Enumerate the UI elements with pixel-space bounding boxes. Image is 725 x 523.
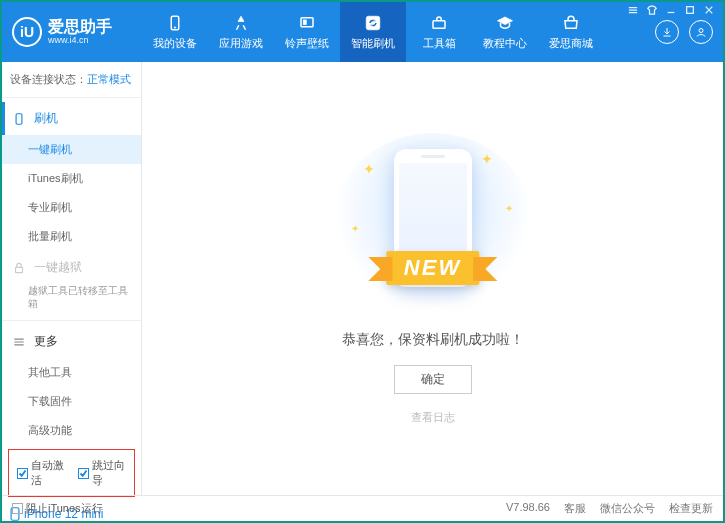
lock-icon [12, 261, 26, 275]
toolbox-icon [430, 14, 448, 32]
apps-icon [232, 14, 250, 32]
status-value: 正常模式 [87, 73, 131, 85]
svg-point-6 [699, 29, 703, 33]
svg-rect-7 [687, 7, 694, 14]
flash-options-highlight: 自动激活 跳过向导 [8, 449, 135, 497]
sidebar-item-advanced[interactable]: 高级功能 [2, 416, 141, 445]
menu-icon[interactable] [625, 4, 641, 16]
svg-rect-4 [366, 16, 380, 30]
app-name: 爱思助手 [48, 19, 112, 35]
section-jailbreak: 一键越狱 [2, 251, 141, 284]
support-link[interactable]: 客服 [564, 501, 586, 516]
sidebar-item-download-firmware[interactable]: 下载固件 [2, 387, 141, 416]
new-ribbon: NEW [386, 251, 479, 285]
section-more[interactable]: 更多 [2, 325, 141, 358]
nav-my-device[interactable]: 我的设备 [142, 2, 208, 62]
nav-label: 我的设备 [153, 36, 197, 51]
status-label: 设备连接状态： [10, 73, 87, 85]
sidebar-item-itunes-flash[interactable]: iTunes刷机 [2, 164, 141, 193]
download-button[interactable] [655, 20, 679, 44]
body: 设备连接状态：正常模式 刷机 一键刷机 iTunes刷机 专业刷机 批量刷机 一… [2, 62, 723, 495]
connection-status: 设备连接状态：正常模式 [2, 62, 141, 93]
view-log-link[interactable]: 查看日志 [411, 410, 455, 425]
chk-label: 跳过向导 [92, 458, 127, 488]
sidebar: 设备连接状态：正常模式 刷机 一键刷机 iTunes刷机 专业刷机 批量刷机 一… [2, 62, 142, 495]
version-label: V7.98.66 [506, 501, 550, 516]
chk-label: 自动激活 [31, 458, 66, 488]
nav-ringtone-wallpaper[interactable]: 铃声壁纸 [274, 2, 340, 62]
flash-sublist: 一键刷机 iTunes刷机 专业刷机 批量刷机 [2, 135, 141, 251]
svg-rect-3 [303, 20, 306, 25]
section-flash[interactable]: 刷机 [2, 102, 141, 135]
more-icon [12, 335, 26, 349]
user-button[interactable] [689, 20, 713, 44]
close-button[interactable] [701, 4, 717, 16]
refresh-icon [364, 14, 382, 32]
section-label: 更多 [34, 333, 58, 350]
minimize-button[interactable] [663, 4, 679, 16]
sidebar-item-batch-flash[interactable]: 批量刷机 [2, 222, 141, 251]
nav-toolbox[interactable]: 工具箱 [406, 2, 472, 62]
phone-icon [12, 112, 26, 126]
chk-block-itunes[interactable]: 阻止iTunes运行 [12, 501, 103, 516]
nav-label: 工具箱 [423, 36, 456, 51]
check-update-link[interactable]: 检查更新 [669, 501, 713, 516]
main-content: ✦ ✦ ✦ ✦ NEW 恭喜您，保资料刷机成功啦！ 确定 查看日志 [142, 62, 723, 495]
ok-button[interactable]: 确定 [394, 365, 472, 394]
header-right [655, 20, 723, 44]
jailbreak-note: 越狱工具已转移至工具箱 [2, 284, 141, 316]
nav-label: 教程中心 [483, 36, 527, 51]
nav-tutorials[interactable]: 教程中心 [472, 2, 538, 62]
svg-point-1 [174, 26, 176, 28]
chk-label: 阻止iTunes运行 [26, 501, 103, 516]
header: iU 爱思助手 www.i4.cn 我的设备 应用游戏 铃声壁纸 智能刷机 [2, 2, 723, 62]
sidebar-item-oneclick-flash[interactable]: 一键刷机 [2, 135, 141, 164]
nav-label: 爱思商城 [549, 36, 593, 51]
window-controls [625, 4, 717, 16]
wallpaper-icon [298, 14, 316, 32]
svg-rect-2 [301, 17, 313, 26]
graduation-icon [496, 14, 514, 32]
app-url: www.i4.cn [48, 35, 112, 45]
logo: iU 爱思助手 www.i4.cn [2, 17, 142, 47]
nav-label: 铃声壁纸 [285, 36, 329, 51]
nav-store[interactable]: 爱思商城 [538, 2, 604, 62]
chk-auto-activate[interactable]: 自动激活 [17, 458, 66, 488]
wechat-link[interactable]: 微信公众号 [600, 501, 655, 516]
nav-label: 应用游戏 [219, 36, 263, 51]
app-window: iU 爱思助手 www.i4.cn 我的设备 应用游戏 铃声壁纸 智能刷机 [0, 0, 725, 523]
footer: 阻止iTunes运行 V7.98.66 客服 微信公众号 检查更新 [2, 495, 723, 521]
sidebar-item-pro-flash[interactable]: 专业刷机 [2, 193, 141, 222]
success-message: 恭喜您，保资料刷机成功啦！ [342, 331, 524, 349]
chk-skip-guide[interactable]: 跳过向导 [78, 458, 127, 488]
svg-rect-5 [433, 20, 445, 28]
section-label: 刷机 [34, 110, 58, 127]
nav-apps-games[interactable]: 应用游戏 [208, 2, 274, 62]
skin-icon[interactable] [644, 4, 660, 16]
logo-icon: iU [12, 17, 42, 47]
svg-rect-9 [16, 267, 23, 272]
success-illustration: ✦ ✦ ✦ ✦ NEW [333, 133, 533, 313]
more-sublist: 其他工具 下载固件 高级功能 [2, 358, 141, 445]
nav-label: 智能刷机 [351, 36, 395, 51]
section-label: 一键越狱 [34, 259, 82, 276]
maximize-button[interactable] [682, 4, 698, 16]
sidebar-item-other-tools[interactable]: 其他工具 [2, 358, 141, 387]
svg-rect-8 [16, 113, 22, 124]
main-nav: 我的设备 应用游戏 铃声壁纸 智能刷机 工具箱 教程中心 [142, 2, 655, 62]
phone-icon [166, 14, 184, 32]
footer-right: V7.98.66 客服 微信公众号 检查更新 [506, 501, 713, 516]
store-icon [562, 14, 580, 32]
nav-smart-flash[interactable]: 智能刷机 [340, 2, 406, 62]
